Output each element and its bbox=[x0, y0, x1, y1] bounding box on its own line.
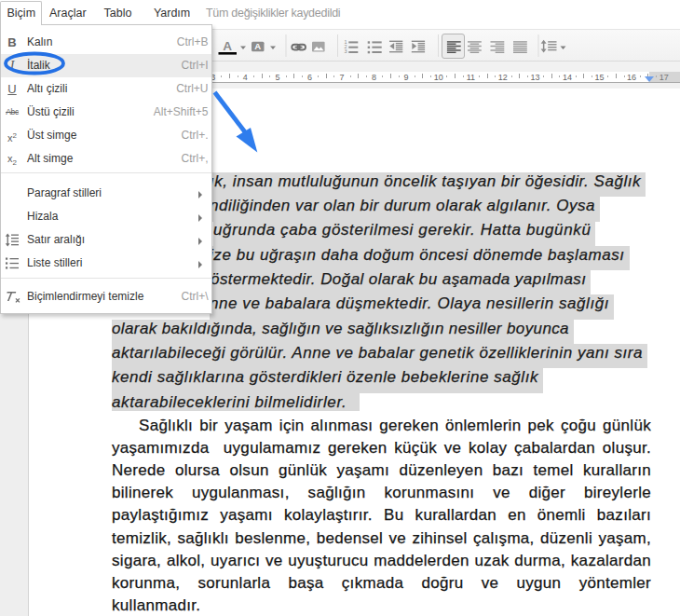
svg-text:A: A bbox=[223, 39, 232, 53]
svg-text:3: 3 bbox=[344, 48, 347, 54]
svg-text:A: A bbox=[254, 41, 261, 51]
